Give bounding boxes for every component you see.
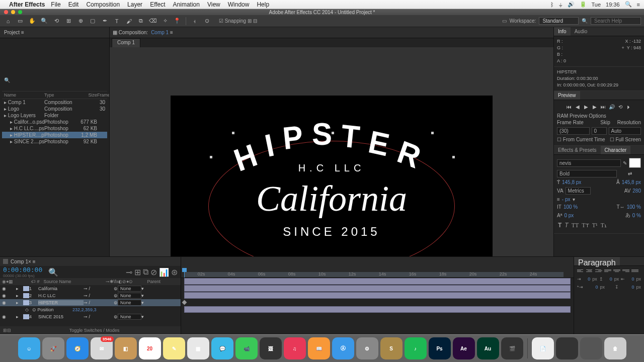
screen-icon[interactable]: ▭ xyxy=(502,18,507,24)
project-item[interactable]: ▸ Logo LayersFolder xyxy=(2,112,107,119)
smallcaps-button[interactable]: Tᴛ xyxy=(582,222,589,229)
font-style-dropdown[interactable]: Bold xyxy=(557,170,617,177)
timeline-layer[interactable]: ◉▸ 2H.C LLC⊸ / ⊚ None▾ xyxy=(0,292,181,299)
dock-calendar[interactable]: 20 xyxy=(139,337,161,359)
timeline-layer[interactable]: ◉▸ 4SINCE 2015⊸ / ⊚ None▾ xyxy=(0,313,181,320)
motion-blur-icon[interactable]: ⊘ xyxy=(150,267,157,277)
zoom-tool-icon[interactable]: 🔍 xyxy=(39,17,49,26)
layer-icon[interactable]: ▦ xyxy=(113,30,117,35)
timeline-property[interactable]: ◇⊙ Position232,2,359,3 xyxy=(0,306,181,313)
eyedropper-icon[interactable]: ✎ xyxy=(623,160,627,166)
swap-colors-icon[interactable]: ⇄ xyxy=(619,171,641,176)
align-icon[interactable]: ⫞ xyxy=(190,17,200,26)
indent-right-input[interactable]: 0 xyxy=(627,277,634,282)
layer-bar[interactable] xyxy=(184,292,571,299)
justify-last-left-icon[interactable] xyxy=(604,267,611,274)
ram-preview-icon[interactable]: ⏵ xyxy=(625,104,632,111)
tsume-input[interactable]: 0 % xyxy=(632,213,641,218)
menu-layer[interactable]: Layer xyxy=(127,1,142,8)
prev-frame-icon[interactable]: ◀ xyxy=(574,104,581,111)
volume-icon[interactable]: 🔊 xyxy=(568,1,575,8)
vscale-input[interactable]: 100 % xyxy=(564,204,578,210)
brush-tool-icon[interactable]: 🖌 xyxy=(124,17,134,26)
dock-notes[interactable]: ✎ xyxy=(163,337,185,359)
battery-icon[interactable]: 🔋 xyxy=(580,1,587,8)
dock-numbers[interactable]: ▦ xyxy=(187,337,209,359)
dock-safari[interactable]: 🧭 xyxy=(66,337,89,359)
snapping-label[interactable]: ☑ Snapping ⊞ ⊟ xyxy=(219,18,257,24)
composition-name[interactable]: Comp 1 xyxy=(151,30,169,35)
dock-finder[interactable]: ☺ xyxy=(18,337,40,359)
spotlight-icon[interactable]: 🔍 xyxy=(625,1,632,8)
hand-tool-icon[interactable]: ✋ xyxy=(27,17,37,26)
timeline-layer[interactable]: ◉▸ 3HIPSTER⊸ / ⊚ None▾ xyxy=(0,299,181,306)
skip-dropdown[interactable]: 0 xyxy=(592,127,607,135)
dock-launchpad[interactable]: 🚀 xyxy=(42,337,64,359)
dock-trash[interactable]: 🗑 xyxy=(604,337,626,359)
timeline-tab[interactable]: Comp 1 × ≡ xyxy=(0,257,181,266)
rotate-tool-icon[interactable]: ⟲ xyxy=(51,17,61,26)
clock-day[interactable]: Tue xyxy=(592,2,601,8)
project-item[interactable]: ▸ Califor...o.psdPhotoshop677 KB xyxy=(2,119,107,125)
eraser-tool-icon[interactable]: ⌫ xyxy=(148,17,158,26)
close-window-icon[interactable] xyxy=(4,10,8,14)
layer-bar[interactable] xyxy=(184,278,571,285)
project-item[interactable]: ▸ SINCE 2....psdPhotoshop92 KB xyxy=(2,138,107,145)
project-search-input[interactable] xyxy=(4,83,105,89)
stroke-input[interactable]: - px xyxy=(562,197,571,202)
selection-tool-icon[interactable]: ▭ xyxy=(15,17,25,26)
home-icon[interactable]: ⌂ xyxy=(3,17,13,26)
canvas[interactable]: HIPSTER H.C LLC California SINCE 2015 xyxy=(171,96,493,277)
bold-button[interactable]: T xyxy=(558,222,561,229)
tracking-input[interactable]: 280 xyxy=(632,188,641,194)
dock-appstore[interactable]: Ⓐ xyxy=(332,337,354,359)
paragraph-tab[interactable]: Paragraph xyxy=(574,257,620,265)
brainstorm-icon[interactable]: ⊛ xyxy=(171,267,178,277)
toggle-switches-button[interactable]: Toggle Switches / Modes xyxy=(11,328,178,333)
justify-last-right-icon[interactable] xyxy=(622,267,629,274)
workspace-dropdown[interactable]: Standard xyxy=(539,17,579,25)
menu-effect[interactable]: Effect xyxy=(150,1,165,8)
dock-photoshop[interactable]: Ps xyxy=(429,337,451,359)
timeline-timecode[interactable]: 0:00:00:00 xyxy=(3,266,42,274)
audio-tab[interactable]: Audio xyxy=(571,27,592,36)
dock-win1[interactable] xyxy=(556,337,578,359)
puppet-tool-icon[interactable]: 📍 xyxy=(172,17,182,26)
bluetooth-icon[interactable]: ᛒ xyxy=(550,2,554,8)
character-tab[interactable]: Character xyxy=(601,146,631,154)
playhead[interactable] xyxy=(184,271,185,278)
menu-file[interactable]: File xyxy=(51,1,60,8)
dock-aftereffects[interactable]: Ae xyxy=(453,337,475,359)
timeline-tracks[interactable] xyxy=(181,278,574,334)
first-line-input[interactable]: 0 xyxy=(585,285,598,290)
menu-edit[interactable]: Edit xyxy=(68,1,79,8)
project-item[interactable]: ▸ HIPSTER....psdPhotoshop1,2 MB xyxy=(2,132,107,138)
kerning-dropdown[interactable]: Metrics xyxy=(566,187,591,195)
notifications-icon[interactable]: ≡ xyxy=(637,2,640,8)
dock-win2[interactable] xyxy=(580,337,602,359)
maximize-window-icon[interactable] xyxy=(18,10,22,14)
leading-input[interactable]: 145,8 px xyxy=(622,179,641,185)
menu-animation[interactable]: Animation xyxy=(173,1,200,8)
from-current-check[interactable]: ☐ From Current Time xyxy=(557,137,605,142)
project-item[interactable]: ▸ Comp 1Composition30 xyxy=(2,99,107,106)
dock-mail[interactable]: ✉3546 xyxy=(91,337,113,359)
play-icon[interactable]: ▶ xyxy=(583,104,590,111)
keyframe-icon[interactable] xyxy=(182,300,187,305)
allcaps-button[interactable]: TT xyxy=(572,222,579,229)
layer-bar[interactable] xyxy=(184,306,571,313)
align-center-icon[interactable] xyxy=(586,267,593,274)
clock-time[interactable]: 19:36 xyxy=(606,2,620,8)
dock-imovie[interactable]: 🎬 xyxy=(501,337,523,359)
pen-tool-icon[interactable]: ✒ xyxy=(100,17,110,26)
pan-behind-tool-icon[interactable]: ⊕ xyxy=(75,17,86,26)
shape-tool-icon[interactable]: ▢ xyxy=(88,17,98,26)
mute-icon[interactable]: 🔊 xyxy=(608,104,615,111)
preview-res-dropdown[interactable]: Auto xyxy=(609,127,641,135)
camera-tool-icon[interactable]: ⊞ xyxy=(63,17,73,26)
menu-help[interactable]: Help xyxy=(257,1,269,8)
info-tab[interactable]: Info xyxy=(554,27,571,36)
dock-sublime[interactable]: S xyxy=(380,337,403,359)
text-tool-icon[interactable]: T xyxy=(112,17,122,26)
project-item[interactable]: ▸ H.C LLC....psdPhotoshop62 KB xyxy=(2,125,107,132)
